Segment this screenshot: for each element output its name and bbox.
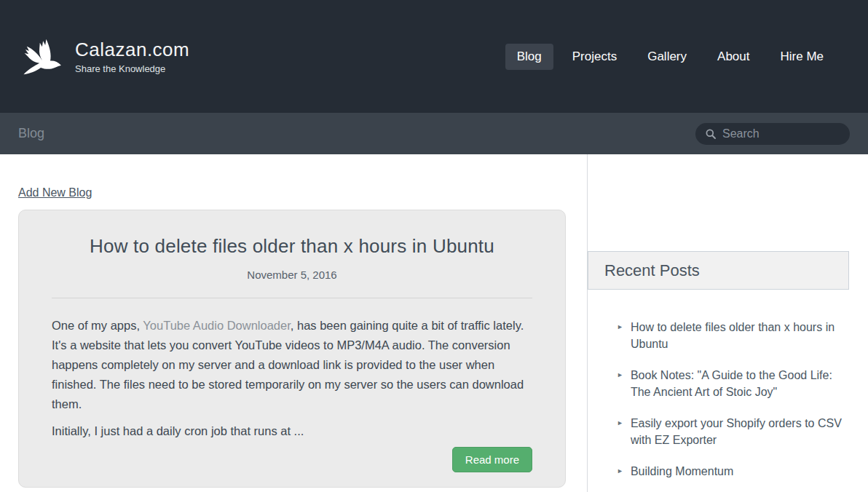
post-card: How to delete files older than x hours i… (18, 210, 566, 488)
nav-item-gallery[interactable]: Gallery (636, 44, 698, 70)
recent-posts-title: Recent Posts (604, 261, 700, 280)
brand[interactable]: Calazan.com Share the Knowledge (18, 36, 189, 77)
recent-post-item: ► Easily export your Shopify orders to C… (617, 415, 868, 448)
site-tagline: Share the Knowledge (75, 63, 189, 74)
recent-post-item: ► How to delete files older than x hours… (617, 319, 868, 352)
post-excerpt-paragraph-2: Initially, I just had a daily cron job t… (52, 421, 532, 441)
sidebar: Recent Posts ► How to delete files older… (587, 154, 868, 492)
post-divider (52, 298, 532, 298)
post-date: November 5, 2016 (52, 269, 532, 281)
main-column: Add New Blog How to delete files older t… (0, 154, 587, 492)
site-header: Calazan.com Share the Knowledge Blog Pro… (0, 0, 868, 113)
youtube-audio-downloader-link[interactable]: YouTube Audio Downloader (143, 319, 290, 332)
recent-post-link[interactable]: Easily export your Shopify orders to CSV… (631, 415, 849, 448)
content-area: Add New Blog How to delete files older t… (0, 154, 868, 492)
recent-post-link[interactable]: Book Notes: "A Guide to the Good Life: T… (631, 367, 849, 400)
read-more-button[interactable]: Read more (452, 447, 532, 472)
site-title[interactable]: Calazan.com (75, 39, 189, 61)
post-title[interactable]: How to delete files older than x hours i… (52, 235, 532, 258)
recent-post-link[interactable]: How to delete files older than x hours i… (631, 319, 849, 352)
main-nav: Blog Projects Gallery About Hire Me (505, 44, 835, 70)
page: Calazan.com Share the Knowledge Blog Pro… (0, 0, 868, 492)
breadcrumb-bar: Blog (0, 113, 868, 154)
search-input[interactable] (722, 127, 832, 140)
breadcrumb: Blog (18, 126, 44, 141)
triangle-bullet-icon: ► (617, 371, 623, 400)
nav-item-blog[interactable]: Blog (505, 44, 553, 70)
nav-item-projects[interactable]: Projects (561, 44, 628, 70)
excerpt-text-suffix: , has been gaining quite a bit of traffi… (52, 319, 524, 410)
triangle-bullet-icon: ► (617, 419, 623, 448)
recent-posts-list: ► How to delete files older than x hours… (588, 319, 868, 480)
triangle-bullet-icon: ► (617, 323, 623, 352)
brand-text: Calazan.com Share the Knowledge (75, 39, 189, 74)
post-actions: Read more (52, 447, 532, 472)
recent-post-link[interactable]: Building Momentum (631, 463, 733, 480)
triangle-bullet-icon: ► (617, 467, 623, 480)
nav-item-hire-me[interactable]: Hire Me (768, 44, 835, 70)
add-new-blog-link[interactable]: Add New Blog (18, 186, 92, 199)
recent-posts-header: Recent Posts (588, 251, 849, 290)
recent-post-item: ► Book Notes: "A Guide to the Good Life:… (617, 367, 868, 400)
search-icon (705, 128, 717, 140)
post-excerpt-paragraph-1: One of my apps, YouTube Audio Downloader… (52, 316, 532, 414)
dove-logo-icon (18, 36, 63, 77)
excerpt-text-prefix: One of my apps, (52, 319, 143, 332)
recent-post-item: ► Building Momentum (617, 463, 868, 480)
nav-item-about[interactable]: About (706, 44, 761, 70)
search-box[interactable] (695, 123, 850, 145)
